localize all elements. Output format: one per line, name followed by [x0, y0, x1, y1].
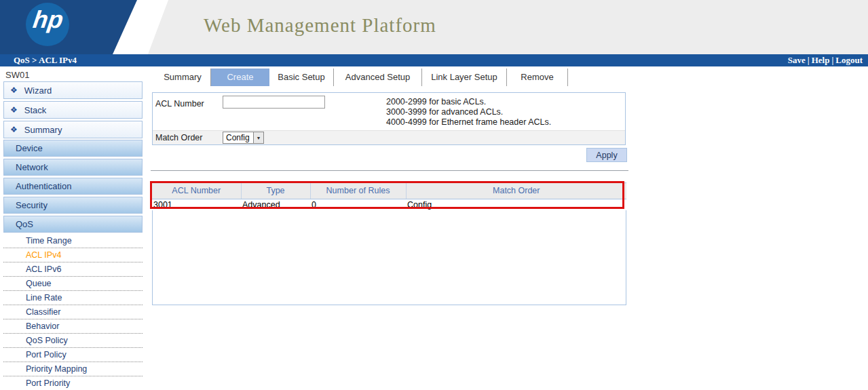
sidebar-item-acl-ipv4[interactable]: ACL IPv4	[3, 248, 143, 262]
page-title: Web Management Platform	[204, 14, 436, 37]
sidebar-category-label: Authentication	[16, 181, 71, 191]
diamond-icon: ❖	[10, 125, 18, 134]
acl-help-line: 2000-2999 for basic ACLs.	[386, 97, 551, 107]
acl-help-line: 4000-4999 for Ethernet frame header ACLs…	[386, 117, 551, 128]
sidebar-item-stack[interactable]: ❖ Stack	[3, 101, 143, 119]
breadcrumb: QoS > ACL IPv4	[14, 54, 77, 66]
tab-create[interactable]: Create	[211, 69, 269, 86]
col-header-number-of-rules: Number of Rules	[310, 183, 406, 199]
col-header-acl-number: ACL Number	[152, 183, 241, 199]
chevron-down-icon: ▼	[253, 132, 263, 143]
sidebar-item-priority-mapping[interactable]: Priority Mapping	[3, 362, 143, 376]
acl-help-line: 3000-3999 for advanced ACLs.	[386, 107, 551, 117]
sidebar-item-behavior[interactable]: Behavior	[3, 319, 143, 334]
acl-table: ACL Number Type Number of Rules Match Or…	[152, 183, 626, 210]
tab-remove[interactable]: Remove	[507, 69, 568, 86]
qos-submenu: Time Range ACL IPv4 ACL IPv6 Queue Line …	[3, 234, 143, 390]
page: hp Web Management Platform QoS > ACL IPv…	[0, 0, 868, 390]
table-row: 3001 Advanced 0 Config	[152, 199, 626, 210]
save-link[interactable]: Save	[788, 55, 806, 65]
apply-button[interactable]: Apply	[586, 148, 627, 162]
sidebar-item-qos-policy[interactable]: QoS Policy	[3, 334, 143, 348]
sidebar-category-network[interactable]: Network	[3, 159, 143, 176]
sidebar-category-label: Network	[16, 162, 48, 172]
match-order-row: Match Order Config ▼	[153, 130, 625, 144]
sidebar-item-acl-ipv6[interactable]: ACL IPv6	[3, 262, 143, 277]
tab-basic-setup[interactable]: Basic Setup	[269, 69, 334, 86]
sidebar-category-label: Security	[16, 200, 48, 210]
link-separator: |	[806, 55, 812, 65]
sidebar-item-label: Wizard	[24, 85, 52, 96]
col-header-match-order: Match Order	[406, 183, 626, 199]
sidebar-category-qos[interactable]: QoS	[3, 216, 143, 233]
match-order-select[interactable]: Config ▼	[223, 132, 264, 144]
cell-acl-number: 3001	[152, 199, 241, 210]
tab-link-layer-setup[interactable]: Link Layer Setup	[422, 69, 507, 86]
sidebar-item-summary[interactable]: ❖ Summary	[3, 121, 143, 138]
cell-match-order: Config	[406, 199, 626, 210]
sidebar: SW01 ❖ Wizard ❖ Stack ❖ Summary Device N…	[0, 68, 148, 390]
acl-table-panel: ACL Number Type Number of Rules Match Or…	[152, 182, 626, 305]
sidebar-category-device[interactable]: Device	[3, 140, 143, 157]
cell-number-of-rules: 0	[310, 199, 406, 210]
sidebar-category-label: QoS	[16, 219, 33, 229]
header: hp Web Management Platform	[0, 0, 868, 54]
match-order-label: Match Order	[155, 133, 202, 142]
col-header-type: Type	[241, 183, 310, 199]
hp-logo-icon: hp	[26, 3, 69, 46]
divider	[151, 170, 628, 171]
sidebar-category-authentication[interactable]: Authentication	[3, 178, 143, 195]
sidebar-item-time-range[interactable]: Time Range	[3, 234, 143, 248]
device-name: SW01	[5, 70, 29, 80]
header-links: Save|Help|Logout	[788, 54, 863, 66]
hp-logo-text: hp	[30, 7, 64, 41]
breadcrumb-bar: QoS > ACL IPv4 Save|Help|Logout	[0, 54, 868, 66]
sidebar-category-label: Device	[16, 143, 43, 153]
acl-help-text: 2000-2999 for basic ACLs. 3000-3999 for …	[386, 97, 551, 128]
diamond-icon: ❖	[10, 105, 18, 115]
acl-number-label: ACL Number	[155, 99, 204, 109]
sidebar-item-port-priority[interactable]: Port Priority	[3, 376, 143, 390]
help-link[interactable]: Help	[812, 55, 830, 65]
sidebar-category-security[interactable]: Security	[3, 197, 143, 214]
acl-number-input[interactable]	[223, 96, 325, 109]
sidebar-item-label: Summary	[24, 125, 62, 135]
logout-link[interactable]: Logout	[835, 55, 863, 65]
cell-type: Advanced	[241, 199, 310, 210]
main-content: Summary Create Basic Setup Advanced Setu…	[151, 68, 868, 390]
table-header-row: ACL Number Type Number of Rules Match Or…	[152, 183, 626, 199]
tab-advanced-setup[interactable]: Advanced Setup	[334, 69, 422, 86]
sidebar-item-label: Stack	[24, 105, 47, 115]
sidebar-item-queue[interactable]: Queue	[3, 277, 143, 291]
sidebar-item-wizard[interactable]: ❖ Wizard	[3, 81, 143, 99]
tab-bar: Summary Create Basic Setup Advanced Setu…	[155, 69, 568, 86]
sidebar-item-line-rate[interactable]: Line Rate	[3, 291, 143, 305]
sidebar-item-port-policy[interactable]: Port Policy	[3, 348, 143, 362]
link-separator: |	[829, 55, 835, 65]
match-order-value: Config	[223, 132, 253, 143]
tab-summary[interactable]: Summary	[155, 69, 211, 86]
create-form: ACL Number 2000-2999 for basic ACLs. 300…	[152, 92, 626, 145]
diamond-icon: ❖	[10, 85, 18, 95]
sidebar-item-classifier[interactable]: Classifier	[3, 305, 143, 319]
